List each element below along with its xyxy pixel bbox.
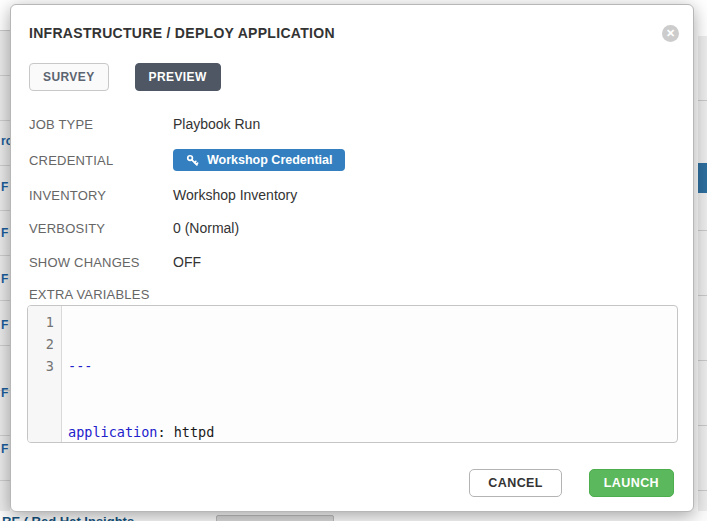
- line-number: 1: [28, 311, 54, 333]
- yaml-key: application: [68, 424, 157, 440]
- field-row-show-changes: SHOW CHANGES OFF: [29, 254, 678, 270]
- credential-label: CREDENTIAL: [29, 153, 173, 168]
- credential-chip[interactable]: Workshop Credential: [173, 149, 345, 171]
- extra-variables-editor[interactable]: 1 2 3 --- application: httpd: [27, 305, 678, 443]
- close-icon[interactable]: ✕: [662, 25, 679, 42]
- launch-button[interactable]: LAUNCH: [589, 469, 674, 497]
- code-line: ---: [68, 355, 214, 377]
- editor-gutter: 1 2 3: [28, 306, 62, 442]
- field-row-inventory: INVENTORY Workshop Inventory: [29, 187, 678, 203]
- backdrop-fragment: rc: [1, 134, 10, 148]
- backdrop-fragment: F: [1, 272, 8, 286]
- inventory-value: Workshop Inventory: [173, 187, 678, 203]
- show-changes-value: OFF: [173, 254, 678, 270]
- key-icon: [186, 154, 199, 167]
- modal-footer: CANCEL LAUNCH: [11, 469, 693, 497]
- backdrop-fragment: F: [1, 226, 8, 240]
- tab-bar: SURVEY PREVIEW: [29, 63, 693, 91]
- backdrop-bottom-box: [216, 515, 334, 521]
- backdrop-bottom-strip: RE ( Red Hat Insights: [0, 511, 707, 521]
- verbosity-value: 0 (Normal): [173, 220, 678, 236]
- backdrop-bottom-text: RE ( Red Hat Insights: [2, 514, 134, 521]
- backdrop-fragment: F: [1, 318, 8, 332]
- backdrop-left-strip: rc F F F F F F: [0, 30, 10, 521]
- backdrop-fragment: F: [1, 442, 8, 456]
- cancel-button[interactable]: CANCEL: [469, 469, 561, 497]
- backdrop-blue-block: [698, 163, 707, 193]
- verbosity-label: VERBOSITY: [29, 221, 173, 236]
- editor-code-area: --- application: httpd: [62, 306, 214, 442]
- extra-variables-label: EXTRA VARIABLES: [29, 287, 693, 302]
- backdrop-fragment: F: [1, 180, 8, 194]
- backdrop-fragment: F: [1, 386, 8, 400]
- field-row-verbosity: VERBOSITY 0 (Normal): [29, 220, 678, 236]
- tab-preview[interactable]: PREVIEW: [135, 63, 221, 91]
- line-number: 2: [28, 333, 54, 355]
- yaml-separator: :: [157, 424, 165, 440]
- yaml-value: httpd: [166, 424, 215, 440]
- modal-header: INFRASTRUCTURE / DEPLOY APPLICATION ✕: [11, 5, 693, 41]
- modal-title: INFRASTRUCTURE / DEPLOY APPLICATION: [29, 25, 653, 41]
- field-row-credential: CREDENTIAL Workshop Credential: [29, 149, 678, 171]
- backdrop-right-strip: [698, 36, 707, 521]
- yaml-doc-start: ---: [68, 358, 92, 374]
- code-line: application: httpd: [68, 421, 214, 443]
- inventory-label: INVENTORY: [29, 188, 173, 203]
- tab-survey[interactable]: SURVEY: [29, 63, 109, 91]
- field-row-job-type: JOB TYPE Playbook Run: [29, 116, 678, 132]
- job-type-label: JOB TYPE: [29, 117, 173, 132]
- credential-chip-label: Workshop Credential: [207, 153, 332, 167]
- job-type-value: Playbook Run: [173, 116, 678, 132]
- show-changes-label: SHOW CHANGES: [29, 255, 173, 270]
- line-number: 3: [28, 355, 54, 377]
- deploy-application-modal: INFRASTRUCTURE / DEPLOY APPLICATION ✕ SU…: [10, 4, 694, 512]
